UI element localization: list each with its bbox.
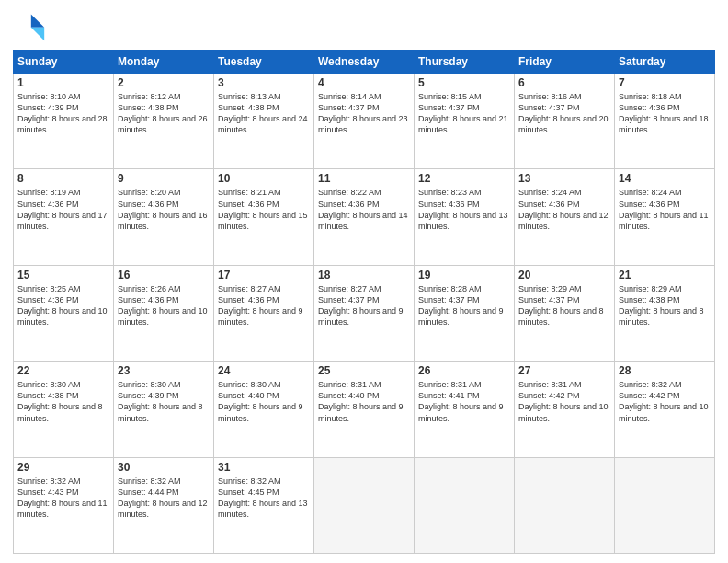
calendar-header-cell: Wednesday [314, 51, 415, 74]
calendar-day-cell: 20 Sunrise: 8:29 AMSunset: 4:37 PMDaylig… [515, 265, 615, 361]
day-number: 9 [118, 172, 210, 185]
page: SundayMondayTuesdayWednesdayThursdayFrid… [0, 0, 728, 563]
day-number: 31 [218, 461, 310, 474]
day-number: 6 [518, 76, 610, 89]
calendar-day-cell: 7 Sunrise: 8:18 AMSunset: 4:36 PMDayligh… [615, 74, 715, 169]
calendar-day-cell: 3 Sunrise: 8:13 AMSunset: 4:38 PMDayligh… [214, 74, 314, 169]
day-number: 3 [218, 76, 310, 89]
calendar-day-cell: 29 Sunrise: 8:32 AMSunset: 4:43 PMDaylig… [14, 457, 114, 553]
calendar-day-cell: 18 Sunrise: 8:27 AMSunset: 4:37 PMDaylig… [314, 265, 415, 361]
calendar-day-cell [415, 457, 515, 553]
day-number: 2 [118, 76, 210, 89]
cell-text: Sunrise: 8:32 AMSunset: 4:43 PMDaylight:… [17, 476, 109, 521]
day-number: 26 [418, 364, 510, 377]
day-number: 25 [318, 364, 410, 377]
day-number: 1 [17, 76, 109, 89]
calendar-day-cell: 16 Sunrise: 8:26 AMSunset: 4:36 PMDaylig… [114, 265, 214, 361]
calendar-day-cell: 19 Sunrise: 8:28 AMSunset: 4:37 PMDaylig… [415, 265, 515, 361]
calendar-day-cell: 27 Sunrise: 8:31 AMSunset: 4:42 PMDaylig… [515, 362, 615, 457]
cell-text: Sunrise: 8:31 AMSunset: 4:42 PMDaylight:… [518, 379, 610, 424]
day-number: 29 [17, 461, 109, 474]
day-number: 18 [318, 269, 410, 282]
calendar-header-cell: Monday [114, 51, 214, 74]
cell-text: Sunrise: 8:22 AMSunset: 4:36 PMDaylight:… [318, 187, 410, 232]
calendar-day-cell: 30 Sunrise: 8:32 AMSunset: 4:44 PMDaylig… [114, 457, 214, 553]
calendar-day-cell: 5 Sunrise: 8:15 AMSunset: 4:37 PMDayligh… [415, 74, 515, 169]
day-number: 16 [118, 269, 210, 282]
day-number: 17 [218, 269, 310, 282]
calendar-day-cell: 17 Sunrise: 8:27 AMSunset: 4:36 PMDaylig… [214, 265, 314, 361]
calendar-day-cell [314, 457, 415, 553]
calendar-day-cell: 14 Sunrise: 8:24 AMSunset: 4:36 PMDaylig… [615, 169, 715, 265]
day-number: 10 [218, 172, 310, 185]
day-number: 21 [619, 269, 711, 282]
calendar-day-cell: 8 Sunrise: 8:19 AMSunset: 4:36 PMDayligh… [14, 169, 114, 265]
day-number: 4 [318, 76, 410, 89]
header [13, 9, 715, 42]
calendar-day-cell: 6 Sunrise: 8:16 AMSunset: 4:37 PMDayligh… [515, 74, 615, 169]
calendar-header-cell: Sunday [14, 51, 114, 74]
cell-text: Sunrise: 8:15 AMSunset: 4:37 PMDaylight:… [418, 91, 510, 136]
calendar-day-cell: 15 Sunrise: 8:25 AMSunset: 4:36 PMDaylig… [14, 265, 114, 361]
day-number: 28 [619, 364, 711, 377]
calendar-week-row: 1 Sunrise: 8:10 AMSunset: 4:39 PMDayligh… [14, 74, 715, 169]
day-number: 20 [518, 269, 610, 282]
day-number: 23 [118, 364, 210, 377]
cell-text: Sunrise: 8:30 AMSunset: 4:40 PMDaylight:… [218, 379, 310, 424]
calendar-week-row: 15 Sunrise: 8:25 AMSunset: 4:36 PMDaylig… [14, 265, 715, 361]
calendar-day-cell [615, 457, 715, 553]
cell-text: Sunrise: 8:31 AMSunset: 4:41 PMDaylight:… [418, 379, 510, 424]
day-number: 7 [619, 76, 711, 89]
day-number: 13 [518, 172, 610, 185]
calendar-day-cell: 4 Sunrise: 8:14 AMSunset: 4:37 PMDayligh… [314, 74, 415, 169]
cell-text: Sunrise: 8:31 AMSunset: 4:40 PMDaylight:… [318, 379, 410, 424]
cell-text: Sunrise: 8:16 AMSunset: 4:37 PMDaylight:… [518, 91, 610, 136]
cell-text: Sunrise: 8:30 AMSunset: 4:39 PMDaylight:… [118, 379, 210, 424]
cell-text: Sunrise: 8:32 AMSunset: 4:45 PMDaylight:… [218, 476, 310, 521]
cell-text: Sunrise: 8:26 AMSunset: 4:36 PMDaylight:… [118, 283, 210, 328]
cell-text: Sunrise: 8:27 AMSunset: 4:37 PMDaylight:… [318, 283, 410, 328]
calendar-week-row: 29 Sunrise: 8:32 AMSunset: 4:43 PMDaylig… [14, 457, 715, 553]
cell-text: Sunrise: 8:24 AMSunset: 4:36 PMDaylight:… [518, 187, 610, 232]
calendar-day-cell: 26 Sunrise: 8:31 AMSunset: 4:41 PMDaylig… [415, 362, 515, 457]
cell-text: Sunrise: 8:27 AMSunset: 4:36 PMDaylight:… [218, 283, 310, 328]
calendar-week-row: 8 Sunrise: 8:19 AMSunset: 4:36 PMDayligh… [14, 169, 715, 265]
calendar-day-cell: 22 Sunrise: 8:30 AMSunset: 4:38 PMDaylig… [14, 362, 114, 457]
calendar-day-cell: 10 Sunrise: 8:21 AMSunset: 4:36 PMDaylig… [214, 169, 314, 265]
calendar-day-cell: 23 Sunrise: 8:30 AMSunset: 4:39 PMDaylig… [114, 362, 214, 457]
cell-text: Sunrise: 8:14 AMSunset: 4:37 PMDaylight:… [318, 91, 410, 136]
day-number: 5 [418, 76, 510, 89]
day-number: 19 [418, 269, 510, 282]
cell-text: Sunrise: 8:10 AMSunset: 4:39 PMDaylight:… [17, 91, 109, 136]
day-number: 22 [17, 364, 109, 377]
day-number: 27 [518, 364, 610, 377]
calendar-day-cell [515, 457, 615, 553]
cell-text: Sunrise: 8:21 AMSunset: 4:36 PMDaylight:… [218, 187, 310, 232]
calendar-header-cell: Thursday [415, 51, 515, 74]
cell-text: Sunrise: 8:30 AMSunset: 4:38 PMDaylight:… [17, 379, 109, 424]
cell-text: Sunrise: 8:25 AMSunset: 4:36 PMDaylight:… [17, 283, 109, 328]
calendar-body: 1 Sunrise: 8:10 AMSunset: 4:39 PMDayligh… [14, 74, 715, 554]
calendar-day-cell: 13 Sunrise: 8:24 AMSunset: 4:36 PMDaylig… [515, 169, 615, 265]
cell-text: Sunrise: 8:19 AMSunset: 4:36 PMDaylight:… [17, 187, 109, 232]
cell-text: Sunrise: 8:29 AMSunset: 4:38 PMDaylight:… [619, 283, 711, 328]
day-number: 30 [118, 461, 210, 474]
cell-text: Sunrise: 8:32 AMSunset: 4:44 PMDaylight:… [118, 476, 210, 521]
cell-text: Sunrise: 8:29 AMSunset: 4:37 PMDaylight:… [518, 283, 610, 328]
calendar-day-cell: 12 Sunrise: 8:23 AMSunset: 4:36 PMDaylig… [415, 169, 515, 265]
calendar-header-cell: Tuesday [214, 51, 314, 74]
calendar-day-cell: 9 Sunrise: 8:20 AMSunset: 4:36 PMDayligh… [114, 169, 214, 265]
day-number: 11 [318, 172, 410, 185]
day-number: 8 [17, 172, 109, 185]
calendar-table: SundayMondayTuesdayWednesdayThursdayFrid… [13, 50, 715, 554]
day-number: 12 [418, 172, 510, 185]
calendar-day-cell: 31 Sunrise: 8:32 AMSunset: 4:45 PMDaylig… [214, 457, 314, 553]
day-number: 15 [17, 269, 109, 282]
calendar-day-cell: 24 Sunrise: 8:30 AMSunset: 4:40 PMDaylig… [214, 362, 314, 457]
cell-text: Sunrise: 8:18 AMSunset: 4:36 PMDaylight:… [619, 91, 711, 136]
cell-text: Sunrise: 8:12 AMSunset: 4:38 PMDaylight:… [118, 91, 210, 136]
calendar-day-cell: 28 Sunrise: 8:32 AMSunset: 4:42 PMDaylig… [615, 362, 715, 457]
cell-text: Sunrise: 8:24 AMSunset: 4:36 PMDaylight:… [619, 187, 711, 232]
calendar-header-cell: Friday [515, 51, 615, 74]
calendar-day-cell: 1 Sunrise: 8:10 AMSunset: 4:39 PMDayligh… [14, 74, 114, 169]
